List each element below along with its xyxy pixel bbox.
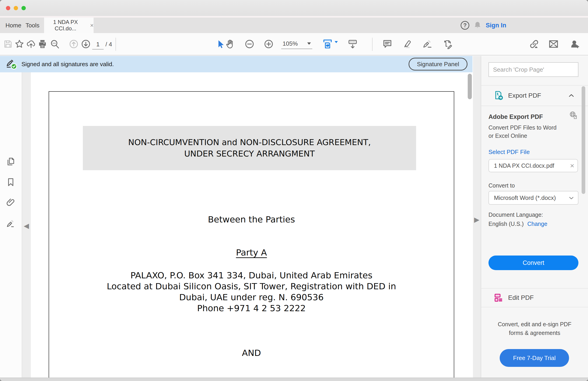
titlebar [0, 0, 588, 16]
collapse-navigation-pane-button[interactable]: ◀ [22, 72, 31, 378]
signature-valid-icon [6, 59, 17, 70]
chevron-down-icon [307, 42, 311, 45]
document-language-value: English (U.S.) [488, 221, 524, 227]
close-window-button[interactable] [6, 6, 10, 10]
help-icon[interactable]: ? [461, 21, 469, 30]
address-line: Phone +971 4 2 53 2222 [49, 303, 454, 314]
zoom-out-icon[interactable] [244, 39, 255, 49]
sign-in-button[interactable]: Sign In [486, 18, 506, 33]
acrobat-window: Home Tools 1 NDA PX CCI.do... × ? Sign I… [0, 0, 588, 381]
page-display-icon[interactable] [347, 39, 358, 49]
previous-page-icon[interactable] [68, 39, 79, 49]
save-icon[interactable] [3, 39, 13, 49]
request-signatures-icon[interactable] [569, 39, 580, 49]
document-scrollbar-thumb[interactable] [468, 74, 472, 99]
tab-bar: Home Tools 1 NDA PX CCI.do... × ? Sign I… [0, 18, 588, 33]
titlebar-divider [0, 16, 588, 18]
party-a-address: PALAXO, P.O. Box 341 334, Dubai, United … [49, 270, 454, 314]
pdf-page: NON-CIRCUMVENTION and NON-DISCLOSURE AGR… [49, 91, 454, 378]
page-count-label: / 4 [105, 33, 112, 56]
document-viewport[interactable]: NON-CIRCUMVENTION and NON-DISCLOSURE AGR… [31, 72, 466, 378]
edit-pdf-icon [494, 293, 504, 303]
tools-panel: Export PDF Adobe Export PDF Convert PDF … [481, 56, 588, 378]
promo-text-line1: Convert, edit and e-sign PDF [481, 321, 588, 328]
address-line: PALAXO, P.O. Box 341 334, Dubai, United … [49, 270, 454, 281]
window-bottom-edge [0, 378, 588, 381]
export-description-line1: Convert PDF Files to Word [488, 124, 556, 131]
attachments-icon[interactable] [5, 197, 16, 208]
convert-button[interactable]: Convert [488, 256, 578, 270]
minimize-window-button[interactable] [14, 6, 18, 10]
document-title-line1: NON-CIRCUMVENTION and NON-DISCLOSURE AGR… [128, 137, 371, 148]
tab-close-icon[interactable]: × [90, 22, 94, 28]
fit-width-icon[interactable] [322, 39, 333, 49]
main-toolbar: / 4 105% [0, 33, 588, 56]
more-tools-icon[interactable] [442, 39, 453, 49]
search-tools-input[interactable] [488, 62, 578, 77]
fit-options-chevron-icon[interactable] [335, 43, 338, 46]
comment-icon[interactable] [382, 39, 393, 49]
search-icon[interactable] [49, 39, 60, 49]
conjunction-text: AND [49, 347, 454, 359]
convert-to-label: Convert to [488, 182, 515, 189]
share-link-icon[interactable] [529, 39, 539, 49]
adobe-export-pdf-heading: Adobe Export PDF [488, 113, 543, 120]
document-scrollbar[interactable] [466, 72, 473, 378]
navigation-pane [0, 72, 22, 378]
page-number-input[interactable] [92, 40, 104, 49]
panel-scrollbar-thumb[interactable] [582, 86, 585, 194]
notifications-bell-icon[interactable] [473, 20, 483, 30]
export-pdf-tool-row[interactable]: Export PDF [481, 85, 588, 106]
address-line: Dubai, UAE under reg. N. 690536 [49, 292, 454, 303]
tab-document[interactable]: 1 NDA PX CCI.do... × [44, 18, 94, 33]
highlight-icon[interactable] [402, 39, 412, 49]
zoom-window-button[interactable] [21, 6, 26, 10]
document-title-block: NON-CIRCUMVENTION and NON-DISCLOSURE AGR… [83, 126, 416, 170]
share-document-cloud-icon[interactable] [26, 39, 36, 49]
document-language-label: Document Language: [488, 212, 543, 218]
document-title-line2: UNDER SECRECY ARRANGMENT [184, 148, 315, 160]
promo-text-line2: forms & agreements [481, 330, 588, 336]
export-pdf-icon [494, 90, 504, 101]
fill-and-sign-icon[interactable] [422, 39, 433, 49]
remove-file-icon[interactable]: × [570, 160, 574, 172]
free-trial-button[interactable]: Free 7-Day Trial [500, 349, 569, 367]
online-service-icon [569, 111, 578, 120]
signature-status-bar: Signed and all signatures are valid. Sig… [0, 56, 472, 72]
document-subtitle: Between the Parties [49, 214, 454, 225]
export-description-line2: or Excel Online [488, 133, 527, 139]
convert-format-value: Microsoft Word (*.docx) [494, 191, 556, 204]
party-a-heading: Party A [49, 247, 454, 258]
toolbar-divider [372, 38, 373, 51]
signature-status-message: Signed and all signatures are valid. [21, 56, 114, 72]
expand-tools-pane-button[interactable]: ▶ [473, 56, 481, 378]
next-page-icon[interactable] [81, 39, 91, 49]
convert-format-dropdown[interactable]: Microsoft Word (*.docx) [488, 191, 578, 205]
hand-tool-icon[interactable] [225, 39, 235, 49]
zoom-in-icon[interactable] [263, 39, 274, 49]
print-icon[interactable] [37, 39, 48, 49]
select-tool-icon[interactable] [215, 39, 226, 49]
toolbar-divider [116, 38, 116, 51]
chevron-down-icon [568, 195, 574, 201]
selected-file-name: 1 NDA PX CCI.docx.pdf [494, 160, 554, 172]
select-pdf-file-link[interactable]: Select PDF File [488, 148, 530, 156]
tab-document-label: 1 NDA PX CCI.do... [44, 19, 87, 32]
signatures-panel-icon[interactable] [5, 218, 16, 229]
bookmarks-icon[interactable] [5, 177, 16, 187]
chevron-right-icon: ▶ [474, 216, 479, 223]
tab-home[interactable]: Home [5, 18, 21, 33]
page-thumbnails-icon[interactable] [5, 156, 16, 167]
change-language-link[interactable]: Change [527, 221, 547, 227]
star-favorite-icon[interactable] [14, 39, 25, 49]
traffic-lights [6, 6, 26, 10]
email-icon[interactable] [548, 39, 559, 49]
chevron-up-icon [568, 92, 575, 99]
zoom-level-dropdown[interactable]: 105% [281, 39, 312, 49]
selected-file-chip: 1 NDA PX CCI.docx.pdf × [488, 159, 578, 172]
signature-panel-button[interactable]: Signature Panel [409, 58, 467, 71]
edit-pdf-tool-row[interactable]: Edit PDF [481, 288, 588, 307]
tab-tools[interactable]: Tools [25, 18, 40, 33]
edit-pdf-label: Edit PDF [508, 289, 534, 307]
export-pdf-label: Export PDF [508, 85, 541, 106]
